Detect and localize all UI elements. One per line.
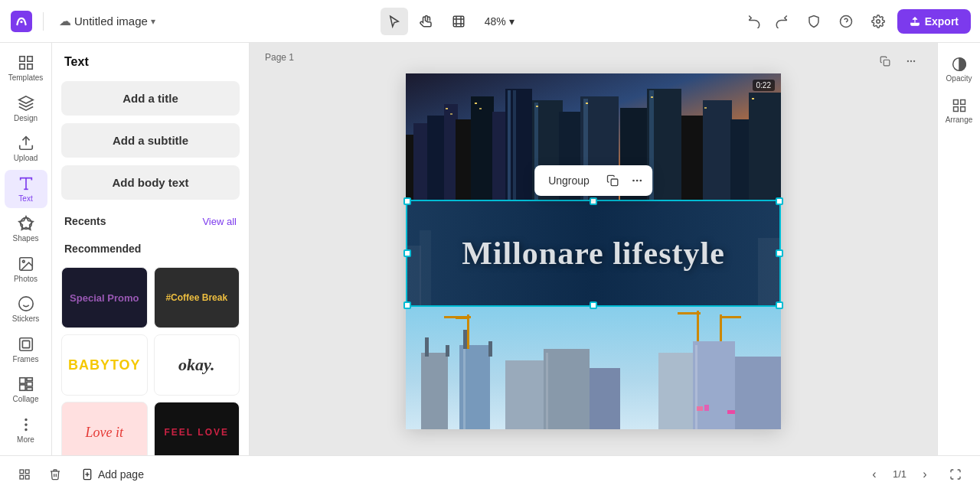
canvas-text-layer[interactable]: Millonare lifestyle ↻ <box>406 200 781 307</box>
context-copy-button[interactable] <box>600 168 625 193</box>
add-body-button[interactable]: Add body text <box>61 165 240 200</box>
svg-rect-61 <box>479 108 482 109</box>
export-button[interactable]: Export <box>897 9 971 34</box>
canva-logo[interactable] <box>9 9 34 34</box>
sidebar-item-shapes[interactable]: Shapes <box>5 210 47 249</box>
rec-item-special-promo[interactable]: Special Promo <box>61 267 148 328</box>
sidebar-item-collage[interactable]: Collage <box>5 370 47 409</box>
sidebar-item-design[interactable]: Design <box>5 90 47 129</box>
canvas-copy-icon-btn[interactable] <box>874 51 896 72</box>
add-page-button[interactable]: Add page <box>74 464 152 485</box>
svg-rect-23 <box>19 378 24 383</box>
rec-item-babytoy[interactable]: BABYTOY <box>61 334 148 396</box>
svg-rect-63 <box>586 103 588 104</box>
sidebar-item-templates[interactable]: Templates <box>5 49 47 88</box>
view-all-link[interactable]: View all <box>202 216 237 227</box>
rec-item-coffee-break[interactable]: #Coffee Break <box>154 267 240 328</box>
fullscreen-button[interactable] <box>943 462 968 487</box>
svg-rect-27 <box>26 388 31 391</box>
collage-label: Collage <box>13 395 39 403</box>
next-page-button[interactable]: › <box>913 462 937 487</box>
svg-rect-95 <box>463 349 466 429</box>
sidebar-item-text[interactable]: Text <box>5 170 47 209</box>
hand-tool-button[interactable] <box>413 8 440 35</box>
svg-rect-57 <box>749 93 781 200</box>
svg-point-68 <box>632 180 635 182</box>
selected-group[interactable]: Ungroup <box>406 200 781 307</box>
rec-item-okay[interactable]: okay. <box>154 334 240 396</box>
page-label: Page 1 <box>265 52 294 63</box>
delete-page-button[interactable] <box>43 462 67 487</box>
frame-tool-button[interactable] <box>445 8 472 35</box>
svg-rect-31 <box>884 60 890 66</box>
svg-rect-66 <box>752 98 754 99</box>
export-label: Export <box>925 15 959 28</box>
arrange-panel-item[interactable]: Arrange <box>941 93 978 129</box>
zoom-level: 48% <box>485 15 506 28</box>
zoom-chevron-icon: ▾ <box>509 15 514 28</box>
prev-page-button[interactable]: ‹ <box>862 462 887 487</box>
svg-point-34 <box>913 60 915 62</box>
svg-rect-107 <box>25 470 29 474</box>
svg-rect-76 <box>421 353 448 429</box>
toolbar-center: 48% ▾ <box>168 8 735 35</box>
svg-rect-22 <box>22 340 29 347</box>
redo-button[interactable] <box>769 8 795 34</box>
sidebar-item-more[interactable]: More <box>5 411 47 450</box>
svg-rect-74 <box>758 238 781 307</box>
opacity-panel-item[interactable]: Opacity <box>941 52 978 87</box>
sidebar-item-upload[interactable]: Upload <box>5 129 47 168</box>
svg-rect-82 <box>467 314 469 349</box>
sidebar-item-photos[interactable]: Photos <box>5 250 47 289</box>
rec-feel-love-text: FEEL LOVE <box>165 427 229 438</box>
rec-love-text: Love it <box>86 425 124 441</box>
context-more-button[interactable] <box>625 168 649 193</box>
pointer-tool-button[interactable] <box>381 8 408 35</box>
svg-rect-109 <box>25 475 29 479</box>
top-toolbar: ☁ Untitled image ▾ 48% ▾ <box>0 0 980 43</box>
svg-rect-59 <box>450 113 452 115</box>
svg-rect-44 <box>508 90 511 200</box>
svg-rect-40 <box>456 119 472 200</box>
icon-bar: Templates Design Upload Text Shapes Phot… <box>0 43 52 455</box>
svg-rect-10 <box>27 64 31 69</box>
sidebar-item-frames[interactable]: Frames <box>5 331 47 370</box>
file-info[interactable]: ☁ Untitled image ▾ <box>53 11 162 31</box>
rec-babytoy-text: BABYTOY <box>68 357 141 373</box>
rec-item-love[interactable]: Love it <box>61 402 148 455</box>
svg-rect-21 <box>19 338 32 351</box>
shield-icon-btn[interactable] <box>801 8 827 34</box>
svg-rect-91 <box>720 316 741 318</box>
cloud-icon: ☁ <box>59 14 71 28</box>
design-label: Design <box>14 114 38 122</box>
zoom-button[interactable]: 48% ▾ <box>477 12 522 31</box>
settings-icon-btn[interactable] <box>865 8 891 34</box>
add-subtitle-button[interactable]: Add a subtitle <box>61 123 240 158</box>
undo-button[interactable] <box>741 8 767 34</box>
svg-rect-104 <box>960 107 965 112</box>
svg-rect-60 <box>475 103 477 104</box>
ungroup-button[interactable]: Ungroup <box>537 170 600 191</box>
svg-rect-54 <box>681 116 704 200</box>
sidebar-item-stickers[interactable]: Stickers <box>5 290 47 329</box>
rec-item-feel-love[interactable]: FEEL LOVE <box>154 402 240 455</box>
svg-rect-99 <box>704 405 709 411</box>
bottom-bar: Add page ‹ 1/1 › <box>0 455 980 492</box>
recents-title: Recents <box>64 215 106 227</box>
svg-rect-98 <box>697 406 703 411</box>
svg-rect-55 <box>703 100 732 200</box>
svg-rect-38 <box>427 116 446 200</box>
svg-rect-97 <box>695 345 697 429</box>
canvas-more-icon-btn[interactable] <box>900 51 922 72</box>
svg-rect-62 <box>536 106 538 107</box>
svg-rect-92 <box>658 353 693 429</box>
grid-view-button[interactable] <box>12 462 37 487</box>
upload-label: Upload <box>14 154 38 162</box>
svg-rect-93 <box>693 341 735 429</box>
stickers-label: Stickers <box>12 314 40 323</box>
help-icon-btn[interactable] <box>833 8 859 34</box>
add-title-button[interactable]: Add a title <box>61 81 240 116</box>
svg-rect-80 <box>463 330 467 349</box>
page-counter: 1/1 <box>893 468 906 480</box>
svg-point-32 <box>907 60 909 62</box>
